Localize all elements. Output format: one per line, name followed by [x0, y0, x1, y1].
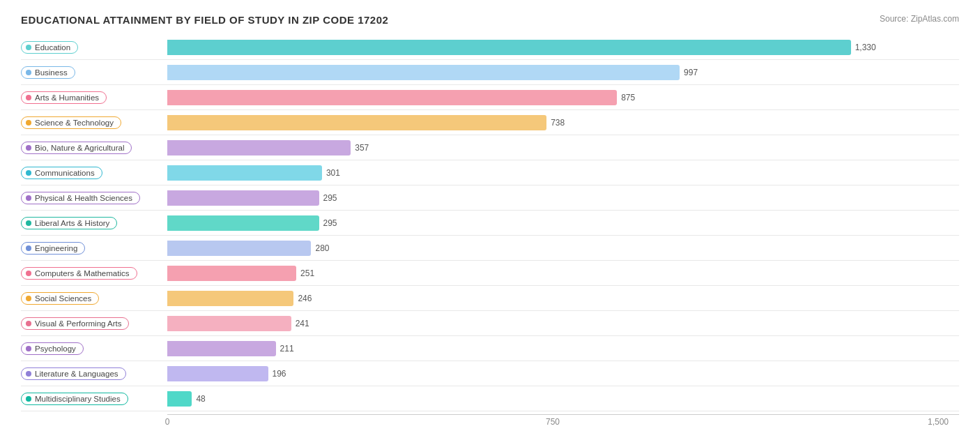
bar-fill: [167, 316, 291, 331]
x-axis-tick: 750: [546, 417, 560, 427]
bar-label: Psychology: [35, 344, 76, 353]
bar-value-label: 295: [323, 218, 337, 228]
bar-row: Social Sciences246: [21, 286, 959, 311]
bar-dot: [26, 396, 31, 402]
bar-fill: [167, 241, 311, 256]
bar-label: Multidisciplinary Studies: [35, 395, 121, 403]
source-label: Source: ZipAtlas.com: [880, 14, 959, 24]
bar-value-label: 738: [551, 118, 565, 128]
bar-dot: [26, 296, 31, 301]
bar-fill: [167, 266, 296, 281]
bar-label: Physical & Health Sciences: [35, 194, 132, 202]
bar-value-label: 875: [621, 93, 635, 103]
bar-value-label: 357: [355, 143, 369, 153]
bar-fill: [167, 190, 319, 206]
bar-label: Liberal Arts & History: [35, 219, 109, 227]
bar-value-label: 280: [315, 243, 329, 253]
bar-chart: Education1,330Business997Arts & Humaniti…: [21, 35, 959, 411]
bar-value-label: 196: [273, 369, 286, 379]
bar-value-label: 301: [326, 168, 340, 178]
bar-value-label: 211: [280, 344, 294, 354]
bar-row: Engineering280: [21, 236, 959, 261]
bar-dot: [26, 195, 31, 201]
bar-row: Visual & Performing Arts241: [21, 311, 959, 336]
bar-label: Science & Technology: [35, 119, 114, 127]
bar-row: Business997: [21, 60, 959, 85]
bar-row: Bio, Nature & Agricultural357: [21, 135, 959, 160]
bar-fill: [167, 90, 617, 105]
bar-dot: [26, 371, 31, 377]
bar-dot: [26, 120, 31, 126]
bar-dot: [26, 95, 31, 100]
bar-label: Social Sciences: [35, 294, 91, 303]
bar-row: Literature & Languages196: [21, 361, 959, 386]
bar-label: Education: [35, 43, 70, 52]
bar-dot: [26, 170, 31, 176]
bar-fill: [167, 40, 851, 55]
bar-label: Visual & Performing Arts: [35, 319, 121, 328]
bar-label: Engineering: [35, 244, 77, 252]
bar-label: Computers & Mathematics: [35, 269, 130, 278]
bar-value-label: 295: [323, 193, 337, 203]
bar-fill: [167, 341, 276, 356]
bar-dot: [26, 70, 31, 75]
bar-fill: [167, 291, 293, 306]
x-axis-tick: 0: [165, 417, 170, 427]
bar-label: Bio, Nature & Agricultural: [35, 144, 124, 152]
chart-title: EDUCATIONAL ATTAINMENT BY FIELD OF STUDY…: [21, 14, 388, 26]
bar-label: Communications: [35, 169, 95, 177]
bar-row: Communications301: [21, 160, 959, 185]
bar-dot: [26, 271, 31, 276]
bar-fill: [167, 65, 680, 80]
bar-value-label: 246: [298, 294, 312, 303]
bar-fill: [167, 165, 322, 181]
bar-label: Arts & Humanities: [35, 93, 99, 102]
x-axis-tick: 1,500: [928, 417, 949, 427]
bar-value-label: 251: [300, 268, 314, 278]
bar-value-label: 48: [196, 394, 205, 404]
bar-value-label: 1,330: [855, 43, 876, 52]
bar-dot: [26, 220, 31, 226]
bar-fill: [167, 115, 546, 130]
bar-row: Psychology211: [21, 336, 959, 361]
bar-value-label: 241: [296, 319, 309, 328]
bar-dot: [26, 145, 31, 151]
bar-label: Business: [35, 68, 68, 77]
bar-row: Multidisciplinary Studies48: [21, 386, 959, 411]
bar-row: Liberal Arts & History295: [21, 211, 959, 236]
bar-row: Science & Technology738: [21, 110, 959, 135]
bar-dot: [26, 346, 31, 351]
bar-row: Physical & Health Sciences295: [21, 185, 959, 211]
bar-dot: [26, 245, 31, 251]
bar-label: Literature & Languages: [35, 370, 118, 378]
bar-value-label: 997: [684, 68, 698, 77]
bar-fill: [167, 140, 351, 155]
bar-row: Education1,330: [21, 35, 959, 60]
bar-row: Computers & Mathematics251: [21, 261, 959, 286]
bar-dot: [26, 45, 31, 50]
bar-fill: [167, 391, 192, 407]
bar-row: Arts & Humanities875: [21, 85, 959, 110]
bar-fill: [167, 366, 268, 381]
bar-fill: [167, 215, 319, 231]
bar-dot: [26, 321, 31, 326]
